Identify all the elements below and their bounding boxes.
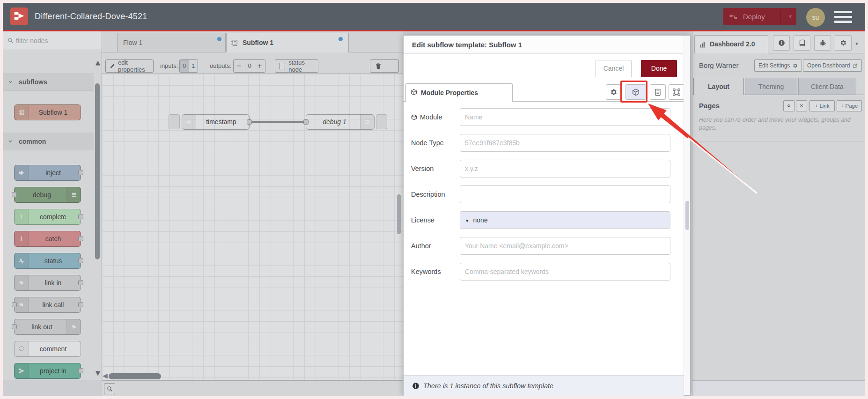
main-menu-button[interactable] <box>834 11 852 23</box>
subflow-toolbar: edit properties inputs: 0 1 outputs: − 0… <box>102 52 403 74</box>
book-tab-button[interactable] <box>794 35 810 51</box>
horizontal-scrollbar[interactable] <box>109 373 161 379</box>
description-input[interactable] <box>460 185 670 203</box>
license-select[interactable]: ▾none <box>460 211 670 229</box>
node-port <box>78 258 83 263</box>
edit-settings-button[interactable]: Edit Settings <box>754 59 802 72</box>
header-bar: Different-Collared-Dove-4521 Deploy ▾ su <box>3 3 865 30</box>
palette-node-label: status <box>29 253 78 268</box>
move-up-button[interactable] <box>783 100 794 111</box>
gear-tab-button[interactable] <box>835 35 852 51</box>
keywords-input[interactable] <box>460 263 670 281</box>
inject-arrow-icon <box>182 115 196 129</box>
search-flows-button[interactable] <box>104 383 115 394</box>
page-title: Different-Collared-Dove-4521 <box>35 3 147 30</box>
link-arrow-icon <box>15 275 29 290</box>
module-input[interactable] <box>460 108 670 126</box>
tab-client-data[interactable]: Client Data <box>798 78 856 95</box>
license-label: License <box>411 211 458 229</box>
exclamation-icon: ! <box>15 231 29 246</box>
sidebar-footer <box>692 380 865 396</box>
deploy-button[interactable]: Deploy ▾ <box>723 8 796 25</box>
link-arrow-icon <box>66 319 81 334</box>
node-timestamp[interactable]: timestamp <box>182 114 250 130</box>
dialog-scrollbar-track <box>684 36 690 395</box>
canvas-vertical-scrollbar[interactable] <box>397 194 401 234</box>
caret-down-icon: ▾ <box>466 218 469 224</box>
palette-node-link-in[interactable]: link in <box>14 275 81 291</box>
bubble-icon <box>15 341 29 356</box>
keywords-label: Keywords <box>411 263 458 281</box>
node-debug-1[interactable]: debug 1 <box>306 114 375 130</box>
palette-node-complete[interactable]: !complete <box>14 209 81 225</box>
subflow-output-stub <box>376 114 387 129</box>
tab-dashboard-2-0[interactable]: Dashboard 2.0 <box>694 35 768 53</box>
module-properties-form: ModuleNode TypeVersionDescriptionLicense… <box>404 36 684 375</box>
palette-node-Subflow-1[interactable]: Subflow 1 <box>14 104 81 120</box>
header-accent-line <box>3 30 865 31</box>
edit-properties-button[interactable]: edit properties <box>105 59 154 73</box>
instance-note: There is 1 instance of this subflow temp… <box>423 376 553 396</box>
node-type-input[interactable] <box>460 134 670 152</box>
inputs-toggle: 0 1 <box>179 59 198 73</box>
tab-theming[interactable]: Theming <box>745 78 797 95</box>
workspace-tab-bar: Flow 1 Subflow 1 <box>102 31 403 52</box>
add-page-button[interactable]: + Page <box>837 100 862 111</box>
workspace: Flow 1 Subflow 1 edit properties inputs:… <box>102 31 403 380</box>
palette-scroll: subflowsSubflow 1commoninjectdebug!compl… <box>3 50 94 380</box>
version-input[interactable] <box>460 160 670 177</box>
palette-section-common[interactable]: common <box>3 133 94 150</box>
tab-flow-1[interactable]: Flow 1 <box>117 33 226 52</box>
scroll-left-icon[interactable]: ◀ <box>103 372 108 379</box>
wire <box>247 121 308 123</box>
palette-scroll-up-icon[interactable]: ▲ <box>94 59 102 67</box>
pencil-icon <box>110 63 115 69</box>
bug-tab-button[interactable] <box>814 35 831 51</box>
node-palette: subflowsSubflow 1commoninjectdebug!compl… <box>3 31 102 380</box>
node-port <box>78 368 83 373</box>
palette-section-subflows[interactable]: subflows <box>3 73 94 91</box>
author-input[interactable] <box>460 237 670 255</box>
palette-node-status[interactable]: status <box>14 253 81 269</box>
increase-outputs-button[interactable]: + <box>254 60 265 72</box>
avatar[interactable]: su <box>806 8 825 27</box>
info-tab-button[interactable] <box>773 35 790 51</box>
palette-scrollbar[interactable] <box>95 83 100 259</box>
delete-subflow-button[interactable] <box>370 59 399 73</box>
filter-nodes-input[interactable] <box>16 33 96 48</box>
node-port <box>12 302 17 307</box>
checkbox-icon <box>279 63 285 69</box>
palette-node-link-out[interactable]: link out <box>14 319 81 335</box>
node-port <box>78 302 83 307</box>
inputs-option-0[interactable]: 0 <box>180 60 189 72</box>
palette-node-label: comment <box>29 341 78 356</box>
palette-node-link-call[interactable]: link call <box>14 297 81 313</box>
palette-node-comment[interactable]: comment <box>14 341 81 357</box>
tab-layout[interactable]: Layout <box>693 78 744 95</box>
inputs-option-1[interactable]: 1 <box>189 60 198 72</box>
open-dashboard-button[interactable]: Open Dashboard <box>803 59 862 72</box>
flow-canvas[interactable]: timestamp debug 1 ◀ <box>102 74 403 380</box>
palette-node-catch[interactable]: !catch <box>14 231 81 247</box>
palette-node-label: debug <box>17 187 66 202</box>
trash-icon <box>375 63 382 69</box>
node-port <box>78 170 83 175</box>
inputs-label: inputs: <box>160 59 178 73</box>
palette-node-inject[interactable]: inject <box>14 165 81 181</box>
decrease-outputs-button[interactable]: − <box>234 60 245 72</box>
palette-node-debug[interactable]: debug <box>14 187 81 203</box>
dialog-scrollbar[interactable] <box>685 201 689 230</box>
divider <box>780 10 781 23</box>
tab-subflow-1[interactable]: Subflow 1 <box>226 33 349 52</box>
add-link-button[interactable]: + Link <box>809 100 835 111</box>
palette-node-project-in[interactable]: project in <box>14 363 81 379</box>
palette-scroll-down-icon[interactable]: ▼ <box>94 370 102 377</box>
pulse-icon <box>15 253 29 268</box>
palette-node-label: Subflow 1 <box>29 105 78 120</box>
subflow-icon <box>230 39 238 48</box>
author-label: Author <box>411 237 458 255</box>
sidebar-caret-icon[interactable]: ▾ <box>855 41 858 46</box>
deploy-caret-icon[interactable]: ▾ <box>789 14 792 19</box>
move-down-button[interactable] <box>796 100 807 111</box>
status-node-checkbox[interactable]: status node <box>275 59 318 73</box>
